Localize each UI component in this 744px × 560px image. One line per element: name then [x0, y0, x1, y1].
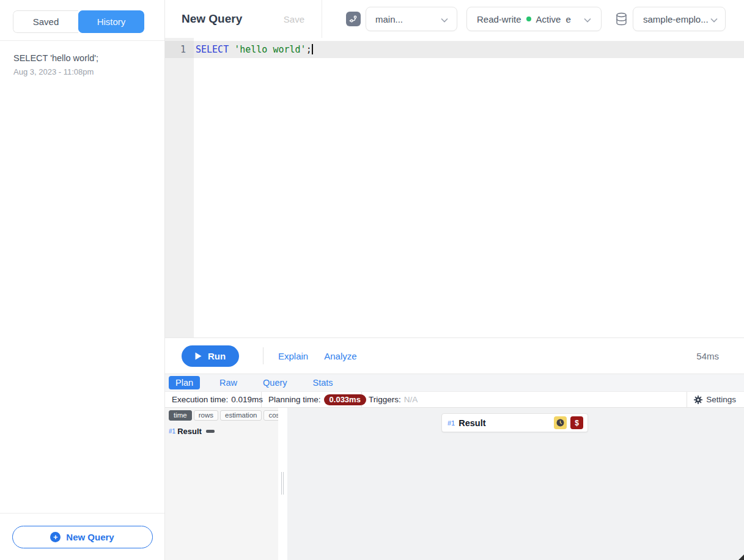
stats-bar: Execution time: 0.019ms Planning time: 0…	[165, 392, 744, 408]
time-mini-bar	[206, 430, 215, 433]
analyze-button[interactable]: Analyze	[324, 351, 356, 361]
query-header: New Query Save	[165, 0, 322, 38]
sql-string: 'hello world'	[234, 44, 306, 55]
metric-rows-button[interactable]: rows	[194, 410, 218, 421]
line-number: 1	[165, 41, 194, 58]
branch-select[interactable]: main...	[366, 7, 457, 31]
chevron-down-icon	[710, 14, 718, 24]
plus-icon: +	[50, 532, 61, 542]
drag-handle-icon[interactable]	[281, 472, 284, 495]
editor-gutter: 1	[165, 38, 194, 337]
tab-stats[interactable]: Stats	[307, 377, 339, 389]
triggers-stat: Triggers: N/A	[362, 392, 425, 407]
plan-area: time rows estimation cost #1 Result #1	[165, 408, 744, 560]
page-title: New Query	[182, 12, 242, 26]
branch-select-value: main...	[375, 14, 403, 24]
plan-metric-buttons: time rows estimation cost	[169, 410, 278, 421]
endpoint-mode: Read-write	[477, 14, 521, 24]
sidebar-header: Saved History	[0, 0, 164, 41]
sidebar: Saved History SELECT 'hello world'; Aug …	[0, 0, 165, 560]
new-query-button[interactable]: + New Query	[12, 526, 153, 548]
gear-icon	[694, 396, 702, 404]
topbar: New Query Save main... Read-wr	[165, 0, 744, 38]
plan-node-list: time rows estimation cost #1 Result	[165, 408, 278, 560]
plan-diagram: #1 Result $	[287, 408, 744, 560]
settings-button[interactable]: Settings	[687, 392, 744, 407]
chevron-down-icon	[584, 14, 591, 24]
tab-plan[interactable]: Plan	[169, 376, 200, 389]
tab-raw[interactable]: Raw	[213, 377, 243, 389]
endpoint-truncated-text: e	[565, 14, 570, 24]
play-icon	[195, 352, 202, 360]
tab-history[interactable]: History	[78, 10, 144, 33]
metric-time-button[interactable]: time	[169, 410, 192, 421]
result-tabs: Plan Raw Query Stats	[165, 374, 744, 392]
sql-punctuation: ;	[306, 44, 312, 55]
plan-node-result[interactable]: #1 Result $	[441, 413, 588, 432]
run-label: Run	[208, 351, 226, 361]
execution-time-value: 0.019ms	[231, 395, 263, 404]
settings-label: Settings	[706, 395, 736, 404]
plan-list-item[interactable]: #1 Result	[169, 427, 278, 436]
database-icon	[615, 12, 628, 26]
history-query-text: SELECT 'hello world';	[13, 53, 151, 63]
sidebar-tab-group: Saved History	[13, 10, 144, 33]
planning-time-stat: Planning time: 0.033ms	[262, 392, 362, 407]
chevron-down-icon	[441, 14, 448, 24]
history-timestamp: Aug 3, 2023 - 11:08pm	[13, 67, 151, 76]
tab-saved[interactable]: Saved	[13, 10, 78, 33]
sidebar-footer: + New Query	[0, 513, 164, 560]
run-bar: Run Explain Analyze 54ms	[165, 338, 744, 374]
panel-splitter[interactable]	[278, 408, 287, 560]
metric-estimation-button[interactable]: estimation	[220, 410, 262, 421]
new-query-label: New Query	[66, 532, 114, 542]
triggers-label: Triggers:	[369, 395, 401, 404]
query-duration: 54ms	[696, 351, 719, 361]
tab-query[interactable]: Query	[257, 377, 293, 389]
node-name: Result	[459, 418, 485, 428]
app-window: Saved History SELECT 'hello world'; Aug …	[0, 0, 744, 560]
clock-icon	[554, 416, 567, 429]
code-area[interactable]: SELECT 'hello world';	[194, 38, 744, 337]
run-button[interactable]: Run	[182, 345, 239, 367]
connection-toolbar: main... Read-write Active e	[322, 7, 744, 31]
resize-corner[interactable]	[738, 554, 744, 560]
history-list: SELECT 'hello world'; Aug 3, 2023 - 11:0…	[0, 41, 164, 513]
execution-time-label: Execution time:	[172, 395, 228, 404]
node-name: Result	[177, 427, 202, 436]
dollar-icon: $	[570, 416, 583, 429]
status-dot	[526, 17, 531, 21]
code-line: SELECT 'hello world';	[194, 41, 744, 58]
execution-time-stat: Execution time: 0.019ms	[165, 392, 262, 407]
branch-icon	[346, 12, 361, 26]
main-panel: New Query Save main... Read-wr	[165, 0, 744, 560]
text-cursor	[312, 44, 313, 54]
endpoint-select[interactable]: Read-write Active e	[466, 7, 602, 31]
planning-time-badge: 0.033ms	[324, 394, 366, 405]
sql-editor[interactable]: 1 SELECT 'hello world';	[165, 38, 744, 338]
node-index: #1	[169, 428, 175, 435]
history-item[interactable]: SELECT 'hello world'; Aug 3, 2023 - 11:0…	[13, 53, 151, 76]
endpoint-status: Active	[536, 14, 561, 24]
database-select[interactable]: sample-emplo...	[633, 7, 726, 31]
database-select-value: sample-emplo...	[643, 14, 709, 24]
triggers-value: N/A	[404, 395, 418, 404]
sql-keyword: SELECT	[196, 44, 234, 55]
explain-button[interactable]: Explain	[278, 351, 308, 361]
toolbar-divider	[263, 347, 263, 364]
node-index: #1	[448, 419, 455, 427]
save-button[interactable]: Save	[284, 14, 304, 24]
planning-time-label: Planning time:	[268, 395, 321, 404]
